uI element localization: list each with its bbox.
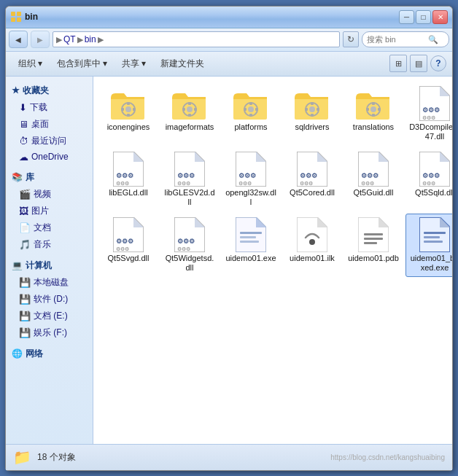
network-label: 网络 [26,348,43,360]
file-label-uidemo01exe: uidemo01.exe [225,254,276,263]
sidebar-item-recent[interactable]: ⏱ 最近访问 [9,133,90,149]
address-path[interactable]: ▶ QT ▶ bin ▶ [53,31,340,47]
window-icon [10,11,22,23]
file-item-Qt5Cored[interactable]: ⚙⚙⚙ ⚙⚙⚙ Qt5Cored.dll [283,148,341,211]
organize-button[interactable]: 组织 ▾ [12,54,49,73]
sidebar-item-pictures[interactable]: 🖼 图片 [9,203,90,219]
file-label-Qt5Svgd: Qt5Svgd.dll [108,254,150,263]
sidebar-item-desktop[interactable]: 🖥 桌面 [9,116,90,133]
file-item-translations[interactable]: translations [344,82,403,145]
sidebar-item-music[interactable]: 🎵 音乐 [9,236,90,253]
sidebar-section-computer: 💻 计算机 💾 本地磁盘 💾 软件 (D:) 💾 文档 (E:) 💾 [9,257,90,341]
file-item-Qt5Guid[interactable]: ⚙⚙⚙ ⚙⚙⚙ Qt5Guid.dll [344,148,403,211]
path-part-qt[interactable]: QT [63,34,76,44]
sidebar-item-disk-f[interactable]: 💾 娱乐 (F:) [9,324,90,341]
file-label-Qt5Widgetsd: Qt5Widgetsd.dll [164,254,215,273]
file-item-uidemo01ilk[interactable]: uidemo01.ilk [283,214,341,276]
organize-label: 组织 [18,58,36,70]
close-button[interactable]: ✕ [432,10,448,24]
file-item-D3Dcompiler_47[interactable]: ⚙⚙⚙ ⚙⚙⚙ D3Dcompiler_47.dll [405,82,452,145]
file-icon-libGLESV2d: ⚙⚙⚙ ⚙⚙⚙ [172,152,207,187]
organize-arrow: ▾ [38,58,42,69]
refresh-button[interactable]: ↻ [343,31,359,47]
file-label-Qt5Cored: Qt5Cored.dll [290,188,335,198]
file-item-Qt5Svgd[interactable]: ⚙⚙⚙ ⚙⚙⚙ Qt5Svgd.dll [99,214,158,276]
file-item-uidemo01exe[interactable]: uidemo01.exe [222,214,280,276]
sidebar-header-network[interactable]: 🌐 网络 [9,346,90,362]
svg-text:⚙⚙⚙: ⚙⚙⚙ [422,115,435,120]
svg-point-17 [248,106,254,112]
file-item-uidemo01pdb[interactable]: uidemo01.pdb [344,214,403,276]
sidebar-header-computer[interactable]: 💻 计算机 [9,257,90,274]
view-toggle-button[interactable]: ⊞ [389,55,407,72]
sidebar-header-library[interactable]: 📚 库 [9,169,90,186]
file-item-Qt5Widgetsd[interactable]: ⚙⚙⚙ ⚙⚙⚙ Qt5Widgetsd.dll [160,214,219,276]
file-item-Qt5Sqld[interactable]: ⚙⚙⚙ ⚙⚙⚙ Qt5Sqld.dll [405,148,452,211]
video-label: 视频 [34,188,51,200]
share-button[interactable]: 共享 ▾ [115,54,152,73]
svg-text:⚙⚙⚙: ⚙⚙⚙ [177,246,190,251]
sidebar-item-video[interactable]: 🎬 视频 [9,186,90,203]
file-area: iconengines imageformats platforms sqldr… [93,77,452,444]
sidebar-item-docs[interactable]: 📄 文档 [9,219,90,236]
svg-text:⚙⚙⚙: ⚙⚙⚙ [177,238,195,245]
file-item-iconengines[interactable]: iconengines [99,82,158,145]
file-item-uidemo01boxed[interactable]: uidemo01_boxed.exe [405,214,452,276]
maximize-button[interactable]: □ [416,10,431,24]
file-item-opengl32sw[interactable]: ⚙⚙⚙ ⚙⚙⚙ opengl32sw.dll [222,148,280,211]
music-icon: 🎵 [19,239,31,250]
sidebar-item-download[interactable]: ⬇ 下载 [9,99,90,116]
status-count: 18 个对象 [37,451,76,464]
file-item-libGLESV2d[interactable]: ⚙⚙⚙ ⚙⚙⚙ libGLESV2d.dll [160,148,219,211]
file-icon-Qt5Sqld: ⚙⚙⚙ ⚙⚙⚙ [417,152,452,187]
watermark: https://blog.csdn.net/kangshuaibing [330,453,445,461]
svg-rect-12 [188,102,191,105]
file-item-sqldrivers[interactable]: sqldrivers [283,82,341,145]
search-input[interactable] [367,35,425,44]
address-bar: ◀ ▶ ▶ QT ▶ bin ▶ ↻ 🔍 [6,28,452,52]
file-icon-opengl32sw: ⚙⚙⚙ ⚙⚙⚙ [233,152,268,187]
sidebar-item-disk-d[interactable]: 💾 软件 (D:) [9,291,90,308]
title-bar-left: bin [10,11,38,23]
path-part-bin[interactable]: bin [85,34,96,44]
sidebar-item-local-disk[interactable]: 💾 本地磁盘 [9,274,90,291]
sidebar-item-onedrive[interactable]: ☁ OneDrive [9,149,90,165]
help-button[interactable]: ? [430,55,446,71]
include-button[interactable]: 包含到库中 ▾ [50,54,114,73]
svg-rect-19 [249,114,252,117]
file-icon-translations [356,86,391,121]
svg-rect-2 [11,17,15,22]
forward-button[interactable]: ▶ [31,31,50,48]
local-disk-icon: 💾 [19,277,31,288]
file-item-libEGLd[interactable]: ⚙⚙⚙ ⚙⚙⚙ libEGLd.dll [99,148,158,211]
sidebar: ★ 收藏夹 ⬇ 下载 🖥 桌面 ⏱ 最近访问 ☁ OneDrive [6,77,93,444]
include-arrow: ▾ [103,58,107,69]
file-item-imageformats[interactable]: imageformats [160,82,219,145]
sidebar-header-favorites[interactable]: ★ 收藏夹 [9,82,90,99]
file-label-Qt5Guid: Qt5Guid.dll [353,188,393,198]
file-item-platforms[interactable]: platforms [222,82,280,145]
sidebar-item-disk-e[interactable]: 💾 文档 (E:) [9,308,90,324]
new-folder-button[interactable]: 新建文件夹 [154,54,211,73]
minimize-button[interactable]: ─ [399,10,414,24]
svg-marker-43 [195,152,205,162]
title-bar: bin ─ □ ✕ [6,7,452,28]
include-label: 包含到库中 [57,58,101,70]
file-icon-platforms [233,86,268,121]
preview-toggle-button[interactable]: ▤ [410,55,427,72]
file-label-libGLESV2d: libGLESV2d.dll [164,188,215,207]
svg-marker-76 [317,217,327,227]
svg-text:⚙⚙⚙: ⚙⚙⚙ [116,238,133,245]
svg-text:⚙⚙⚙: ⚙⚙⚙ [300,172,317,179]
svg-rect-33 [378,108,381,111]
search-box[interactable]: 🔍 [362,31,449,47]
file-icon-libEGLd: ⚙⚙⚙ ⚙⚙⚙ [111,152,146,187]
file-label-libEGLd: libEGLd.dll [109,188,147,198]
svg-rect-7 [127,114,130,117]
svg-rect-32 [366,108,369,111]
back-button[interactable]: ◀ [9,31,28,48]
toolbar-right: ⊞ ▤ ? [389,55,446,72]
path-separator-0: ▶ [56,35,62,44]
svg-marker-67 [195,217,205,227]
svg-rect-13 [188,114,191,117]
